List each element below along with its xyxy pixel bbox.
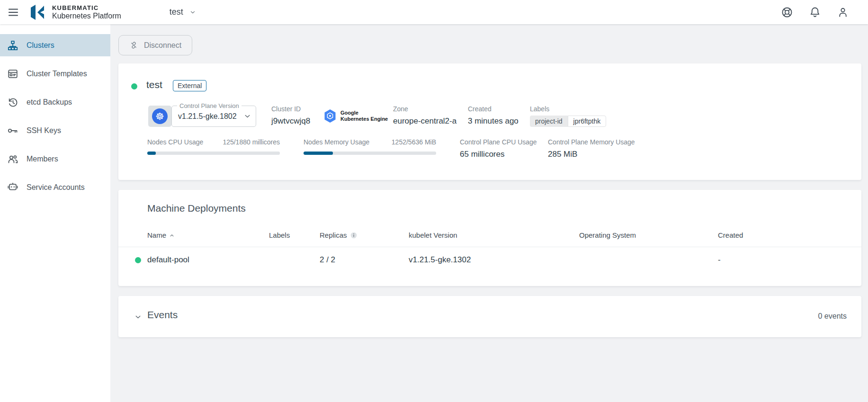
replicas-header-label: Replicas bbox=[320, 231, 347, 239]
history-icon bbox=[7, 97, 18, 108]
row-status-dot bbox=[135, 257, 141, 263]
created-header-label: Created bbox=[718, 231, 743, 239]
nodes-memory-label: Nodes Memory Usage bbox=[304, 138, 369, 146]
cluster-toolbar: Disconnect bbox=[118, 35, 868, 55]
kubermatic-logo-icon bbox=[29, 4, 46, 20]
row-name-cell[interactable]: default-pool bbox=[147, 255, 189, 265]
cluster-id-value: j9wtvcwjq8 bbox=[271, 116, 310, 126]
created-value: 3 minutes ago bbox=[468, 116, 519, 126]
zone-column: Zone europe-central2-a bbox=[393, 105, 456, 126]
cluster-status-dot bbox=[131, 83, 137, 89]
control-plane-version-select[interactable]: Control Plane Version v1.21.5-gke.1802 bbox=[171, 106, 256, 127]
name-header-label: Name bbox=[147, 231, 166, 239]
sidebar-item-cluster-templates[interactable]: Cluster Templates bbox=[0, 63, 110, 85]
os-header-label: Operating System bbox=[579, 231, 636, 239]
sidebar-item-ssh-keys[interactable]: SSH Keys bbox=[0, 119, 110, 142]
column-header-created: Created bbox=[718, 231, 743, 239]
control-plane-memory-usage: Control Plane Memory Usage 285 MiB bbox=[548, 138, 635, 159]
cluster-name: test bbox=[146, 79, 162, 90]
provider-logo: Google Kubernetes Engine bbox=[324, 109, 388, 123]
cluster-id-column: Cluster ID j9wtvcwjq8 bbox=[271, 105, 310, 126]
topbar-actions bbox=[781, 6, 849, 18]
cp-memory-value: 285 MiB bbox=[548, 150, 635, 159]
cp-cpu-label: Control Plane CPU Usage bbox=[460, 138, 537, 146]
events-card[interactable]: Events 0 events bbox=[118, 296, 861, 337]
column-header-labels: Labels bbox=[269, 231, 290, 239]
provider-name-line1: Google bbox=[340, 110, 388, 116]
members-icon bbox=[7, 153, 18, 165]
row-replicas-cell: 2 / 2 bbox=[320, 255, 335, 265]
kubernetes-icon: ☸ bbox=[152, 108, 168, 124]
nodes-memory-usage: Nodes Memory Usage 1252/5636 MiB bbox=[304, 138, 436, 155]
sidebar-item-label: SSH Keys bbox=[27, 126, 61, 135]
nodes-memory-value: 1252/5636 MiB bbox=[392, 138, 436, 146]
info-icon[interactable] bbox=[350, 232, 358, 239]
cluster-details-card: test External ☸ Control Plane Version v1… bbox=[118, 63, 861, 180]
labels-label: Labels bbox=[530, 105, 606, 113]
nodes-cpu-usage: Nodes CPU Usage 125/1880 millicores bbox=[147, 138, 280, 155]
brand-line1: KUBERMATIC bbox=[52, 4, 121, 11]
sidebar-item-members[interactable]: Members bbox=[0, 148, 110, 170]
column-header-kubelet-version: kubelet Version bbox=[409, 231, 457, 239]
created-column: Created 3 minutes ago bbox=[468, 105, 519, 126]
sidebar-item-label: Service Accounts bbox=[27, 183, 85, 192]
column-header-name[interactable]: Name bbox=[147, 231, 175, 239]
zone-label: Zone bbox=[393, 105, 456, 113]
sidebar-item-label: Clusters bbox=[27, 41, 54, 50]
project-name: test bbox=[170, 7, 183, 17]
nodes-memory-progress-fill bbox=[304, 152, 333, 155]
row-created-cell: - bbox=[718, 255, 721, 265]
sidebar-item-label: Cluster Templates bbox=[27, 70, 87, 78]
nodes-cpu-progress-fill bbox=[147, 152, 156, 155]
row-kubelet-cell: v1.21.5-gke.1302 bbox=[409, 255, 471, 265]
clusters-icon bbox=[7, 40, 18, 51]
top-bar: KUBERMATIC Kubernetes Platform test bbox=[0, 0, 868, 24]
help-icon[interactable] bbox=[781, 6, 793, 18]
disconnect-button[interactable]: Disconnect bbox=[118, 35, 192, 55]
menu-icon[interactable] bbox=[8, 7, 19, 18]
labels-column: Labels project-id jpr6ftpthk bbox=[530, 105, 606, 127]
kubermatic-logo: KUBERMATIC Kubernetes Platform bbox=[29, 4, 121, 20]
machine-deployments-title: Machine Deployments bbox=[147, 203, 246, 214]
chevron-down-icon bbox=[243, 112, 251, 120]
events-title: Events bbox=[147, 309, 178, 321]
kubernetes-version-badge: ☸ bbox=[148, 106, 171, 127]
sidebar-item-label: etcd Backups bbox=[27, 98, 72, 107]
chevron-down-icon[interactable] bbox=[134, 313, 142, 321]
external-badge: External bbox=[173, 80, 206, 91]
kubelet-header-label: kubelet Version bbox=[409, 231, 457, 239]
control-plane-version-value: v1.21.5-gke.1802 bbox=[178, 106, 237, 126]
cluster-id-label: Cluster ID bbox=[271, 105, 310, 113]
zone-value: europe-central2-a bbox=[393, 116, 456, 126]
machine-deployments-card: Machine Deployments Name Labels Replicas… bbox=[118, 190, 861, 286]
label-chip-value: jpr6ftpthk bbox=[568, 116, 607, 127]
brand-text: KUBERMATIC Kubernetes Platform bbox=[52, 4, 121, 20]
robot-icon bbox=[7, 182, 18, 193]
label-chip-key: project-id bbox=[530, 116, 568, 127]
sidebar: Clusters Cluster Templates etcd Backups … bbox=[0, 24, 110, 402]
nodes-memory-progressbar bbox=[304, 152, 436, 155]
disconnect-label: Disconnect bbox=[144, 41, 181, 50]
cp-memory-label: Control Plane Memory Usage bbox=[548, 138, 635, 146]
provider-name: Google Kubernetes Engine bbox=[340, 110, 388, 122]
disconnect-icon bbox=[129, 41, 138, 50]
brand-line2: Kubernetes Platform bbox=[52, 12, 121, 20]
notifications-icon[interactable] bbox=[809, 6, 821, 18]
label-chip: project-id jpr6ftpthk bbox=[530, 116, 606, 127]
sidebar-item-service-accounts[interactable]: Service Accounts bbox=[0, 176, 110, 198]
cluster-templates-icon bbox=[7, 68, 18, 80]
control-plane-cpu-usage: Control Plane CPU Usage 65 millicores bbox=[460, 138, 537, 159]
cp-cpu-value: 65 millicores bbox=[460, 150, 537, 159]
gke-hexagon-icon bbox=[324, 109, 336, 123]
user-icon[interactable] bbox=[837, 6, 849, 18]
sidebar-item-clusters[interactable]: Clusters bbox=[0, 34, 110, 56]
provider-name-line2: Kubernetes Engine bbox=[340, 116, 388, 122]
labels-header-label: Labels bbox=[269, 231, 290, 239]
key-icon bbox=[7, 125, 18, 136]
chevron-down-icon bbox=[189, 9, 196, 16]
project-selector[interactable]: test bbox=[170, 7, 196, 17]
sidebar-item-etcd-backups[interactable]: etcd Backups bbox=[0, 91, 110, 113]
events-count: 0 events bbox=[818, 312, 847, 321]
sort-ascending-icon bbox=[169, 232, 175, 238]
sidebar-item-label: Members bbox=[27, 155, 58, 163]
